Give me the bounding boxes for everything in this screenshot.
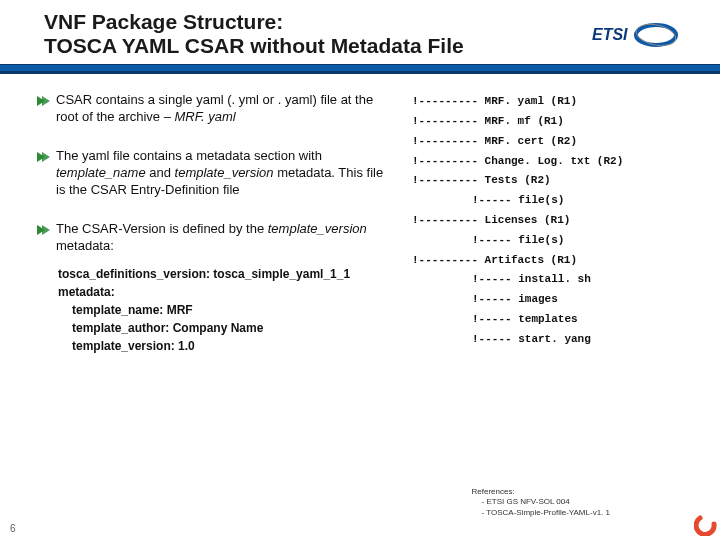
logo-text: ETSI: [592, 26, 628, 44]
etsi-logo: ETSI: [592, 14, 692, 56]
tree-line: !--------- MRF. mf (R1): [412, 112, 710, 132]
bullet-1: CSAR contains a single yaml (. yml or . …: [36, 92, 390, 126]
left-column: CSAR contains a single yaml (. yml or . …: [36, 92, 390, 354]
tree-line: !--------- MRF. cert (R2): [412, 132, 710, 152]
code-line: template_version: 1.0: [58, 337, 390, 355]
yaml-code-block: tosca_definitions_version: tosca_simple_…: [58, 265, 390, 355]
tree-line: !----- file(s): [412, 231, 710, 251]
bullet-2: The yaml file contains a metadata sectio…: [36, 148, 390, 199]
slide: VNF Package Structure: TOSCA YAML CSAR w…: [0, 0, 720, 540]
title-line-2: TOSCA YAML CSAR without Metadata File: [44, 34, 464, 57]
tree-line: !----- templates: [412, 310, 710, 330]
code-line: template_author: Company Name: [58, 319, 390, 337]
content-area: CSAR contains a single yaml (. yml or . …: [0, 74, 720, 354]
code-line: metadata:: [58, 283, 390, 301]
arrow-bullet-icon: [36, 151, 50, 163]
tree-line: !--------- MRF. yaml (R1): [412, 92, 710, 112]
reference-item: - ETSI GS NFV-SOL 004: [472, 497, 610, 507]
arrow-bullet-icon: [36, 224, 50, 236]
references: References: - ETSI GS NFV-SOL 004 - TOSC…: [472, 487, 610, 518]
tree-line: !----- start. yang: [412, 330, 710, 350]
header: VNF Package Structure: TOSCA YAML CSAR w…: [0, 0, 720, 58]
divider-bar: [0, 64, 720, 74]
code-line: tosca_definitions_version: tosca_simple_…: [58, 265, 390, 283]
tree-line: !----- install. sh: [412, 270, 710, 290]
corner-logo-icon: [694, 514, 718, 536]
reference-item: - TOSCA-Simple-Profile-YAML-v1. 1: [472, 508, 610, 518]
bullet-1-text: CSAR contains a single yaml (. yml or . …: [56, 92, 390, 126]
file-tree: !--------- MRF. yaml (R1) !--------- MRF…: [408, 92, 710, 354]
tree-line: !--------- Artifacts (R1): [412, 251, 710, 271]
tree-line: !----- images: [412, 290, 710, 310]
bullet-3-text: The CSAR-Version is defined by the templ…: [56, 221, 390, 255]
tree-line: !--------- Licenses (R1): [412, 211, 710, 231]
title-line-1: VNF Package Structure:: [44, 10, 283, 33]
svg-point-0: [636, 25, 676, 45]
tree-line: !----- file(s): [412, 191, 710, 211]
globe-swoosh-icon: [632, 18, 680, 52]
code-line: template_name: MRF: [58, 301, 390, 319]
tree-line: !--------- Change. Log. txt (R2): [412, 152, 710, 172]
arrow-bullet-icon: [36, 95, 50, 107]
page-number: 6: [10, 523, 16, 534]
bullet-2-text: The yaml file contains a metadata sectio…: [56, 148, 390, 199]
references-title: References:: [472, 487, 610, 497]
svg-point-1: [634, 21, 677, 49]
bullet-3: The CSAR-Version is defined by the templ…: [36, 221, 390, 255]
tree-line: !--------- Tests (R2): [412, 171, 710, 191]
